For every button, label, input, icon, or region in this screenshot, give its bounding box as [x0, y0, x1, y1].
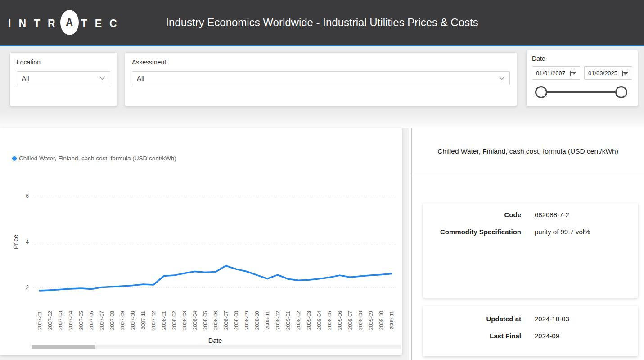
chart-zone: Chilled Water, Finland, cash cost, formu… — [0, 128, 409, 360]
dashboard-page: INTR A TEC Industry Economics Worldwide … — [0, 0, 644, 360]
x-tick-label: 2009-09 — [368, 311, 374, 330]
code-value: 682088-7-2 — [535, 210, 569, 220]
x-tick-label: 2008-12 — [275, 311, 280, 330]
x-tick-label: 2007-11 — [140, 311, 146, 329]
date-start-input[interactable] — [536, 70, 570, 77]
x-tick-label: 2007-05 — [78, 311, 84, 330]
last-final-value: 2024-09 — [535, 331, 559, 341]
x-tick-label: 2008-07 — [223, 311, 229, 330]
x-tick-label: 2008-09 — [244, 311, 249, 330]
code-label: Code — [431, 210, 521, 220]
date-start-field[interactable] — [532, 66, 580, 80]
x-tick-label: 2009-05 — [327, 311, 332, 330]
meta-row-updated: Updated at 2024-10-03 — [431, 314, 630, 324]
assessment-filter-label: Assessment — [132, 59, 510, 66]
logo-letters-pre: INTR — [8, 16, 63, 30]
x-tick-label: 2007-10 — [130, 311, 135, 330]
x-tick-label: 2007-03 — [58, 311, 63, 330]
x-tick-label: 2007-07 — [99, 311, 104, 330]
x-tick-label: 2007-04 — [68, 310, 73, 330]
x-tick-label: 2008-01 — [161, 311, 167, 330]
intratec-logo: INTR A TEC — [8, 0, 125, 45]
x-tick-label: 2009-02 — [296, 311, 301, 330]
app-header: INTR A TEC Industry Economics Worldwide … — [0, 0, 644, 46]
location-select[interactable]: All — [17, 71, 110, 85]
x-tick-label: 2008-02 — [171, 311, 177, 330]
price-series-line — [40, 266, 392, 291]
y-axis-title: Price — [12, 235, 19, 249]
x-tick-label: 2009-06 — [337, 311, 342, 330]
spec-label: Commodity Specification — [431, 227, 521, 237]
x-tick-label: 2008-03 — [182, 311, 187, 330]
details-title-block: Chilled Water, Finland, cash cost, formu… — [412, 128, 644, 175]
main-content: Chilled Water, Finland, cash cost, formu… — [0, 128, 644, 360]
x-tick-label: 2009-07 — [347, 311, 353, 330]
logo-letters-post: TEC — [81, 16, 125, 30]
details-title: Chilled Water, Finland, cash cost, formu… — [437, 147, 618, 155]
info-row-code: Code 682088-7-2 — [431, 210, 630, 220]
x-tick-label: 2008-11 — [265, 311, 270, 329]
x-tick-label: 2007-12 — [151, 311, 156, 330]
chart-h-scrollbar-thumb[interactable] — [32, 345, 95, 349]
price-chart-card: Chilled Water, Finland, cash cost, formu… — [0, 128, 402, 355]
chevron-down-icon — [99, 76, 105, 80]
date-slider-handle-start[interactable] — [535, 86, 547, 98]
assessment-select-value: All — [137, 74, 144, 82]
updated-at-value: 2024-10-03 — [535, 314, 569, 324]
location-filter-card: Location All — [10, 53, 117, 106]
y-tick-label: 6 — [26, 193, 29, 199]
assessment-select[interactable]: All — [132, 71, 510, 85]
x-tick-label: 2009-03 — [306, 311, 311, 330]
info-row-spec: Commodity Specification purity of 99.7 v… — [431, 227, 630, 237]
update-meta-card: Updated at 2024-10-03 Last Final 2024-09 — [423, 306, 638, 356]
price-line-chart: 2462007-012007-022007-032007-042007-0520… — [0, 128, 402, 355]
location-select-value: All — [22, 74, 29, 82]
x-tick-label: 2008-05 — [203, 311, 208, 330]
x-tick-label: 2009-08 — [358, 311, 363, 330]
x-tick-label: 2007-08 — [109, 311, 115, 330]
x-tick-label: 2008-04 — [192, 310, 198, 330]
x-tick-label: 2007-01 — [37, 311, 42, 330]
location-filter-label: Location — [17, 59, 110, 66]
y-tick-label: 2 — [26, 284, 29, 291]
date-slider-track[interactable] — [541, 91, 621, 93]
x-tick-label: 2009-04 — [316, 310, 322, 330]
chart-h-scrollbar[interactable] — [32, 345, 401, 349]
x-tick-label: 2008-08 — [234, 311, 239, 330]
date-filter-card: Date — [527, 50, 638, 106]
chevron-down-icon — [499, 76, 505, 80]
date-end-field[interactable] — [584, 66, 632, 80]
calendar-icon[interactable] — [622, 70, 628, 76]
date-filter-label: Date — [532, 55, 632, 62]
x-tick-label: 2007-09 — [120, 311, 125, 330]
y-tick-label: 4 — [26, 239, 29, 245]
x-tick-label: 2007-06 — [89, 311, 94, 330]
logo-a-circle-icon: A — [60, 10, 79, 35]
x-tick-label: 2009-01 — [285, 311, 291, 330]
updated-at-label: Updated at — [431, 314, 521, 324]
page-title: Industry Economics Worldwide - Industria… — [166, 16, 478, 29]
x-tick-label: 2008-06 — [213, 311, 218, 330]
date-end-input[interactable] — [588, 70, 622, 77]
last-final-label: Last Final — [431, 331, 521, 341]
meta-row-lastfinal: Last Final 2024-09 — [431, 331, 630, 341]
filter-strip: Location All Assessment All Date — [0, 48, 644, 128]
x-tick-label: 2008-10 — [254, 311, 260, 330]
date-range-slider[interactable] — [532, 84, 632, 100]
calendar-icon[interactable] — [570, 70, 576, 76]
commodity-info-card: Code 682088-7-2 Commodity Specification … — [423, 203, 638, 298]
details-panel: Chilled Water, Finland, cash cost, formu… — [412, 128, 644, 360]
spec-value: purity of 99.7 vol% — [535, 227, 590, 237]
x-tick-label: 2007-02 — [47, 311, 53, 330]
x-axis-title: Date — [208, 337, 222, 344]
x-tick-label: 2009-11 — [389, 311, 394, 329]
date-slider-handle-end[interactable] — [615, 86, 627, 98]
assessment-filter-card: Assessment All — [125, 53, 517, 106]
x-tick-label: 2009-10 — [378, 311, 384, 330]
